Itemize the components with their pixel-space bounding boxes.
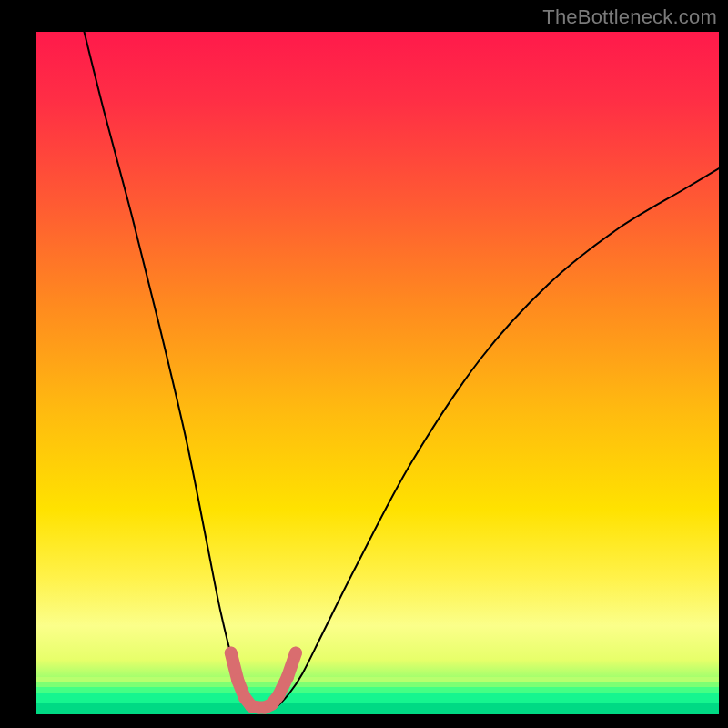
ideal-range-end xyxy=(289,647,301,660)
watermark-label: TheBottleneck.com xyxy=(542,5,717,29)
bottleneck-curve xyxy=(85,32,720,709)
plot-area xyxy=(36,32,719,714)
curve-layer xyxy=(36,32,719,714)
chart-frame: TheBottleneck.com xyxy=(0,0,728,728)
ideal-range-end xyxy=(225,647,238,660)
ideal-range-marker xyxy=(225,647,302,708)
